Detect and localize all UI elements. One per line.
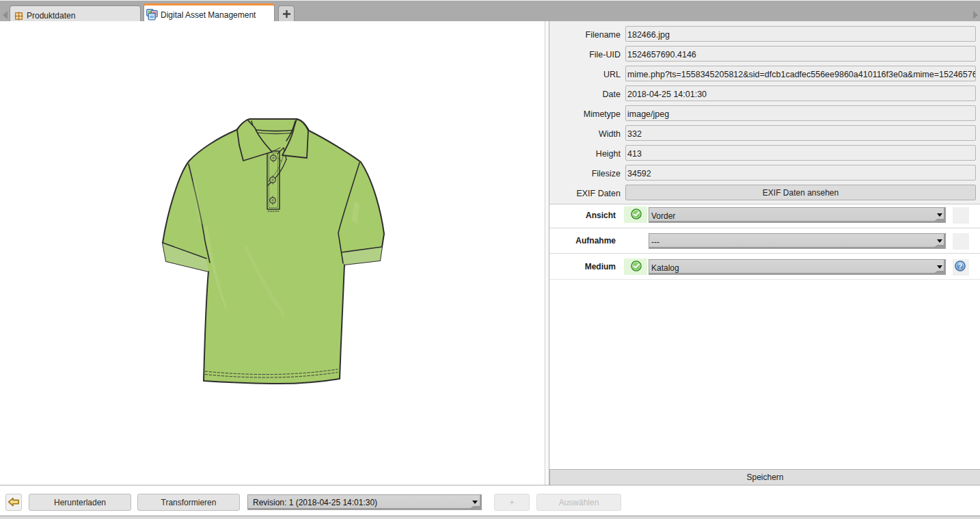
svg-text:?: ?	[958, 262, 962, 270]
